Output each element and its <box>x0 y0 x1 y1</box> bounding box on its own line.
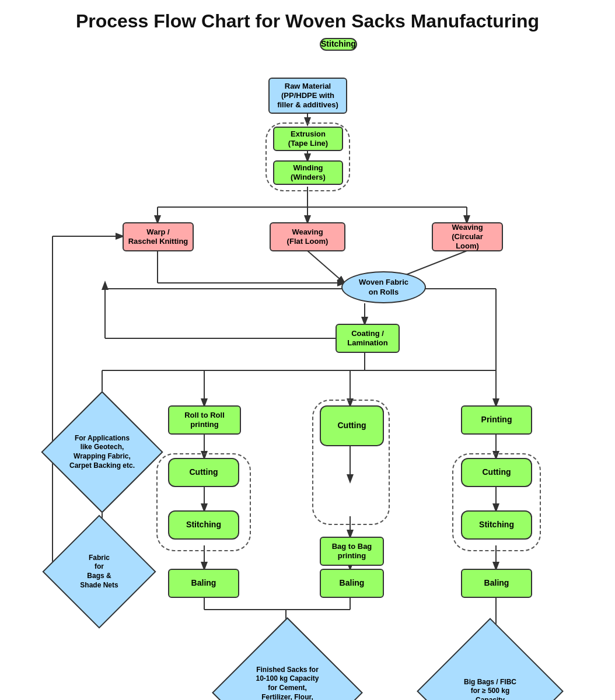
warp-label: Warp / Raschel Knitting <box>128 228 188 247</box>
big-bags-label: Big Bags / FIBC for ≥ 500 kg Capacity <box>464 678 516 700</box>
for-applications-label: For Applications like Geotech, Wrapping … <box>69 434 135 470</box>
baling-left-box: Baling <box>168 569 239 598</box>
extrusion-box: Extrusion (Tape Line) <box>273 127 343 151</box>
baling-right-label: Baling <box>484 578 509 589</box>
bag-to-bag-label: Bag to Bag printing <box>332 542 372 561</box>
weaving-flat-label: Weaving (Flat Loom) <box>287 228 329 247</box>
raw-material-box: Raw Material (PP/HDPE with filler & addi… <box>268 78 347 114</box>
warp-box: Warp / Raschel Knitting <box>123 222 194 251</box>
chart-container: Raw Material (PP/HDPE with filler & addi… <box>0 38 615 700</box>
raw-material-label: Raw Material (PP/HDPE with filler & addi… <box>277 82 338 110</box>
baling-right-box: Baling <box>461 569 532 598</box>
big-bags-diamond-wrapper: Big Bags / FIBC for ≥ 500 kg Capacity <box>438 639 543 700</box>
weaving-circular-box: Weaving (Circular Loom) <box>432 222 503 251</box>
cutting-mid-box: Cutting <box>320 405 384 446</box>
winding-label: Winding (Winders) <box>291 163 326 183</box>
stitching-left-label: Stitching <box>186 520 221 530</box>
page-title: Process Flow Chart for Woven Sacks Manuf… <box>0 0 615 38</box>
cutting-left-box: Cutting <box>168 458 239 487</box>
baling-left-label: Baling <box>191 578 216 589</box>
finished-sacks-label: Finished Sacks for 10-100 kg Capacity fo… <box>256 666 319 700</box>
coating-box: Coating / Lamination <box>336 324 400 353</box>
finished-sacks-diamond-wrapper: Finished Sacks for 10-100 kg Capacity fo… <box>233 639 341 700</box>
cutting-left-label: Cutting <box>190 467 218 478</box>
roll-to-roll-label: Roll to Roll printing <box>184 411 225 430</box>
roll-to-roll-box: Roll to Roll printing <box>168 405 241 435</box>
cutting-right-box: Cutting <box>461 458 532 487</box>
printing-right-label: Printing <box>481 415 512 425</box>
baling-mid-box: Baling <box>320 569 384 598</box>
cutting-right-label: Cutting <box>483 467 511 478</box>
stitching-right-box: Stitching <box>461 510 532 540</box>
bag-to-bag-box: Bag to Bag printing <box>320 537 384 566</box>
fabric-bags-diamond-wrapper: Fabric for Bags & Shade Nets <box>58 531 140 612</box>
svg-line-9 <box>308 251 344 283</box>
baling-mid-label: Baling <box>340 578 365 589</box>
stitching-right-label: Stitching <box>479 520 514 530</box>
coating-label: Coating / Lamination <box>347 329 387 348</box>
fabric-bags-label: Fabric for Bags & Shade Nets <box>80 554 118 589</box>
for-applications-diamond-wrapper: For Applications like Geotech, Wrapping … <box>58 408 146 496</box>
cutting-mid-label: Cutting <box>338 421 366 431</box>
woven-fabric-label: Woven Fabric on Rolls <box>359 278 408 297</box>
extrusion-label: Extrusion (Tape Line) <box>288 130 328 149</box>
weaving-circular-label: Weaving (Circular Loom) <box>452 223 483 251</box>
stitching-mid-label: Stitching <box>321 39 356 50</box>
weaving-flat-box: Weaving (Flat Loom) <box>270 222 345 251</box>
stitching-left-box: Stitching <box>168 510 239 540</box>
winding-box: Winding (Winders) <box>273 160 343 185</box>
printing-right-box: Printing <box>461 405 532 435</box>
stitching-mid-box: Stitching <box>320 38 357 51</box>
woven-fabric-ellipse: Woven Fabric on Rolls <box>341 271 426 303</box>
